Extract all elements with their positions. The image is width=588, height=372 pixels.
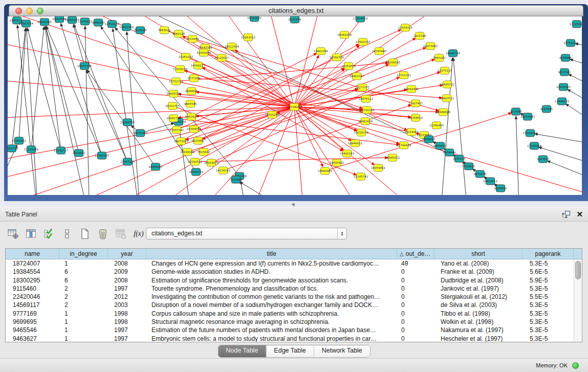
graph-node[interactable]: 14695452 [330,159,344,166]
graph-node[interactable]: 22063012 [241,34,255,41]
graph-node[interactable]: 10803512 [440,95,454,102]
graph-node[interactable]: 1167553 [537,156,550,163]
table-settings-icon[interactable] [7,228,19,240]
graph-node[interactable]: 13129527 [214,54,229,61]
function-builder-icon[interactable]: f(x) [133,228,145,240]
graph-node[interactable]: 19072923 [174,138,188,145]
graph-node[interactable]: 8466160 [92,19,105,26]
column-header-name[interactable]: name [6,249,59,259]
graph-node[interactable]: 8131974 [289,16,301,23]
network-table-selector[interactable]: citations_edges.txt ▲▼ [146,228,347,239]
graph-node[interactable]: 12093583 [556,83,571,91]
tab-edge-table[interactable]: Edge Table [266,345,314,357]
graph-node[interactable]: 18164612 [408,114,423,121]
graph-node[interactable]: 10719133 [105,20,119,28]
graph-node[interactable]: 2935114 [453,155,466,162]
graph-node[interactable]: 15723691 [247,16,262,21]
graph-node[interactable]: 11548485 [429,122,444,129]
graph-node[interactable]: 18301725 [165,102,180,110]
column-header-year[interactable]: year [108,249,146,259]
column-header-in-degree[interactable]: in_degree [59,249,108,259]
graph-node[interactable]: 9860128 [172,30,185,37]
table-scrollbar[interactable] [574,259,582,342]
graph-node[interactable]: 12554319 [398,24,412,31]
graph-node[interactable]: 20691406 [37,18,52,26]
graph-node[interactable]: 10958107 [148,163,163,170]
table-row[interactable]: 1938455462009Genome-wide association stu… [6,268,574,276]
graph-node[interactable]: 9329966 [559,54,572,61]
minimize-window-button[interactable] [26,8,33,14]
graph-node[interactable]: 17016504 [527,142,541,149]
graph-node[interactable]: 12975115 [438,67,452,74]
table-row[interactable]: 2242004622012Investigating the contribut… [6,293,574,301]
graph-node[interactable]: 10654112 [483,178,497,185]
network-canvas[interactable]: 1945573620557724206914061099354610655287… [8,16,582,195]
graph-node[interactable]: 9474444 [443,149,456,156]
graph-node[interactable]: 8471876 [474,170,487,178]
graph-node[interactable]: 16648784 [446,50,460,57]
graph-node[interactable]: 12752712 [169,78,183,85]
graph-node[interactable]: 9699695 [185,87,198,95]
float-window-icon[interactable] [562,210,571,218]
graph-node[interactable]: 9227341 [558,69,571,76]
graph-node[interactable]: 14136141 [216,167,230,174]
graph-node[interactable]: 21585061 [12,137,26,144]
graph-node[interactable]: 19156172 [354,129,368,136]
graph-node[interactable]: 16961039 [337,31,352,38]
column-header-short[interactable]: short [434,249,522,259]
graph-node[interactable]: 16445322 [440,81,454,88]
graph-node[interactable]: 12160522 [188,158,202,165]
table-row[interactable]: 911546021997Tourette syndrome. Phenomeno… [6,285,574,293]
graph-node[interactable]: 16210643 [520,113,535,120]
delete-table-icon[interactable] [97,228,109,240]
table-row[interactable]: 1872400712008Changes of HCN gene express… [6,259,574,268]
graph-node[interactable]: 12505135 [95,152,109,159]
graph-node[interactable]: 7485063 [433,54,446,61]
graph-node[interactable]: 9215935 [540,105,553,113]
window-resize-handle[interactable] [291,202,296,207]
graph-node[interactable]: 6879197 [434,142,447,149]
close-panel-icon[interactable]: ✕ [576,209,583,220]
scrollbar-thumb[interactable] [575,261,581,279]
table-row[interactable]: 1456911722003Disruption of a novel membe… [6,301,574,309]
graph-node[interactable]: 14745448 [372,48,386,55]
graph-node[interactable]: 18946012 [348,140,362,147]
graph-node[interactable]: 9465546 [184,100,197,107]
window-titlebar[interactable]: citations_edges.txt [9,5,583,16]
table-row[interactable]: 969969511998Structural magnetic resonanc… [6,318,574,326]
graph-node[interactable]: 18990489 [318,167,332,174]
column-header-pagerank[interactable]: pagerank [522,249,574,259]
table-row[interactable]: 1830029562008Estimation of significance … [6,276,574,285]
graph-node[interactable]: 15992931 [523,129,537,137]
graph-node[interactable]: 9777169 [188,75,201,82]
graph-node[interactable]: 7663822 [158,27,171,34]
table-row[interactable]: 946362711997Embryonic stem cells: a mode… [6,335,574,342]
graph-node[interactable]: 29053346 [77,62,92,70]
table-row[interactable]: 977716911998Corpus callosum shape and si… [6,310,574,318]
show-columns-icon[interactable] [25,228,37,240]
graph-node[interactable]: 11125419 [570,20,582,28]
graph-node[interactable]: 18511504 [225,43,239,50]
graph-node[interactable]: 15582320 [330,54,344,61]
graph-node[interactable]: 9245652 [494,185,507,192]
graph-node[interactable]: 16782739 [189,168,203,176]
graph-node[interactable]: 7515526 [134,27,147,34]
graph-node[interactable]: 22061022 [179,53,193,60]
graph-node[interactable]: 16959402 [371,164,385,171]
graph-node[interactable]: 3215935 [510,108,522,115]
graph-node[interactable]: 1221396 [413,32,426,39]
row-height-icon[interactable] [61,228,73,240]
graph-node[interactable]: 19154952 [404,128,419,136]
column-header-title[interactable]: title [146,249,397,259]
graph-node[interactable]: 16642441 [404,85,419,93]
graph-node[interactable]: 7932621 [463,163,475,170]
tab-network-table[interactable]: Network Table [314,345,370,357]
zoom-window-button[interactable] [37,8,43,14]
graph-node[interactable]: 7625402 [198,148,210,156]
graph-node[interactable]: 11254419 [353,16,367,22]
graph-node[interactable]: 15278022 [78,18,92,25]
graph-node[interactable]: 11607437 [408,100,423,107]
graph-node[interactable]: 10973493 [423,42,438,50]
graph-node[interactable]: 15751074 [563,39,578,47]
graph-node[interactable]: 5912954 [186,35,199,42]
